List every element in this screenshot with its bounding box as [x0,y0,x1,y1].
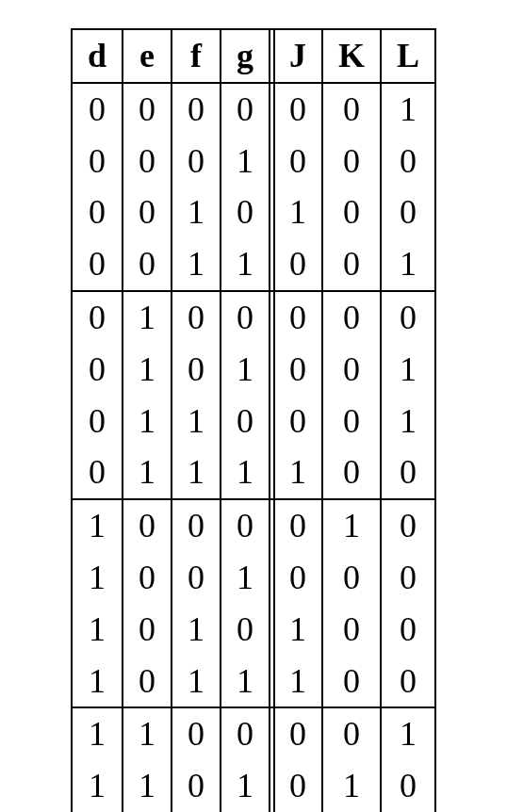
cell-L: 0 [381,187,435,238]
cell-g: 1 [221,238,270,291]
table-row: 1100001 [72,707,435,760]
cell-f: 0 [172,83,221,136]
table-row: 0010100 [72,187,435,238]
header-K: K [322,29,381,83]
cell-f: 0 [172,499,221,552]
cell-f: 0 [172,707,221,760]
cell-e: 0 [123,499,172,552]
header-f: f [172,29,221,83]
cell-L: 0 [381,291,435,344]
cell-K: 0 [322,552,381,604]
cell-J: 0 [270,136,322,187]
cell-g: 1 [221,447,270,499]
cell-J: 0 [270,344,322,396]
cell-g: 0 [221,187,270,238]
cell-K: 0 [322,136,381,187]
cell-J: 0 [270,552,322,604]
cell-L: 0 [381,656,435,708]
cell-d: 0 [72,187,123,238]
cell-L: 0 [381,136,435,187]
cell-K: 0 [322,344,381,396]
cell-e: 1 [123,291,172,344]
cell-g: 0 [221,707,270,760]
cell-J: 0 [270,499,322,552]
cell-d: 0 [72,344,123,396]
cell-e: 1 [123,344,172,396]
cell-L: 1 [381,396,435,447]
cell-e: 1 [123,760,172,812]
cell-e: 0 [123,552,172,604]
cell-d: 1 [72,604,123,656]
cell-f: 1 [172,656,221,708]
cell-J: 1 [270,604,322,656]
cell-L: 0 [381,604,435,656]
cell-d: 0 [72,396,123,447]
header-row: d e f g J K L [72,29,435,83]
cell-d: 1 [72,552,123,604]
cell-f: 1 [172,238,221,291]
cell-L: 0 [381,447,435,499]
cell-L: 0 [381,552,435,604]
cell-K: 1 [322,760,381,812]
cell-e: 1 [123,707,172,760]
cell-J: 0 [270,291,322,344]
cell-g: 1 [221,344,270,396]
table-row: 1001000 [72,552,435,604]
cell-K: 0 [322,396,381,447]
cell-e: 0 [123,187,172,238]
cell-K: 0 [322,656,381,708]
table-row: 0000001 [72,83,435,136]
table-row: 1101010 [72,760,435,812]
cell-K: 0 [322,707,381,760]
cell-f: 1 [172,604,221,656]
cell-e: 0 [123,604,172,656]
table-row: 1011100 [72,656,435,708]
cell-g: 1 [221,552,270,604]
table-row: 0110001 [72,396,435,447]
table-row: 0101001 [72,344,435,396]
cell-g: 1 [221,656,270,708]
cell-d: 0 [72,447,123,499]
cell-K: 0 [322,238,381,291]
cell-d: 1 [72,760,123,812]
cell-d: 1 [72,707,123,760]
cell-K: 1 [322,499,381,552]
cell-g: 0 [221,499,270,552]
cell-L: 1 [381,238,435,291]
cell-L: 1 [381,344,435,396]
cell-K: 0 [322,83,381,136]
cell-e: 0 [123,238,172,291]
cell-J: 0 [270,238,322,291]
cell-e: 0 [123,656,172,708]
cell-e: 0 [123,83,172,136]
cell-K: 0 [322,447,381,499]
cell-J: 0 [270,707,322,760]
cell-e: 1 [123,447,172,499]
cell-L: 1 [381,83,435,136]
header-L: L [381,29,435,83]
cell-d: 1 [72,499,123,552]
cell-L: 0 [381,499,435,552]
cell-d: 1 [72,656,123,708]
cell-g: 0 [221,604,270,656]
cell-J: 1 [270,187,322,238]
cell-J: 0 [270,83,322,136]
cell-d: 0 [72,83,123,136]
cell-f: 1 [172,447,221,499]
cell-J: 0 [270,760,322,812]
cell-g: 0 [221,396,270,447]
cell-f: 0 [172,552,221,604]
header-J: J [270,29,322,83]
cell-f: 0 [172,291,221,344]
table-row: 0001000 [72,136,435,187]
cell-f: 1 [172,187,221,238]
cell-K: 0 [322,187,381,238]
cell-g: 1 [221,760,270,812]
cell-f: 0 [172,344,221,396]
cell-g: 0 [221,83,270,136]
header-g: g [221,29,270,83]
cell-d: 0 [72,136,123,187]
cell-J: 0 [270,396,322,447]
header-e: e [123,29,172,83]
table-row: 0100000 [72,291,435,344]
